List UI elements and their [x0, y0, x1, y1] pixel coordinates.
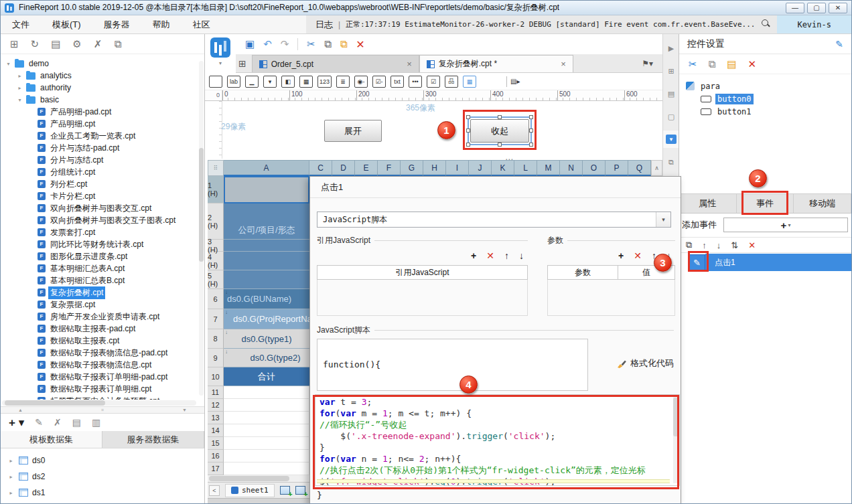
row-header[interactable]: 5 (H) — [208, 270, 224, 289]
dataset-manage-icon[interactable]: ▥ — [92, 417, 100, 428]
column-header[interactable]: J — [469, 160, 492, 176]
add-dataset-button[interactable]: + ▾ — [9, 416, 24, 430]
table-body-empty[interactable] — [317, 280, 528, 316]
copy-widget-icon[interactable]: ⧉ — [709, 58, 716, 70]
column-header[interactable]: P — [606, 160, 628, 176]
minimize-button[interactable]: — — [786, 3, 804, 13]
column-header[interactable]: M — [537, 160, 560, 176]
dataset-row[interactable]: ▸ ds2 — [1, 469, 204, 485]
add-form-sheet-icon[interactable] — [295, 486, 305, 495]
tree-item[interactable]: 列分栏.cpt — [1, 178, 198, 190]
datepicker-widget-icon[interactable]: ▦ — [299, 76, 313, 88]
collapse-panel-icon[interactable]: ▶ — [663, 39, 679, 57]
undo-icon[interactable]: ↶ — [263, 38, 272, 50]
textarea-widget-icon[interactable]: txt — [390, 76, 404, 88]
expand-arrow-icon[interactable]: ▸ — [7, 458, 15, 464]
column-header[interactable]: L — [514, 160, 537, 176]
menu-item[interactable]: 帮助 — [141, 19, 182, 31]
scrollbar-thumb[interactable] — [199, 148, 204, 262]
new-template-icon[interactable]: ⊞ — [236, 58, 252, 72]
tree-item[interactable]: ▸ analytics — [1, 70, 198, 82]
tree-item[interactable]: 基本明细汇总表B.cpt — [1, 274, 198, 286]
cut-icon[interactable]: ✂ — [307, 38, 315, 50]
settings-tab[interactable]: 属性 — [679, 194, 737, 213]
row-header[interactable]: 13 — [208, 412, 224, 424]
menu-item[interactable]: 文件 — [1, 19, 41, 31]
dataset-row[interactable]: ▸ ds0 — [1, 452, 204, 469]
document-tab[interactable]: 复杂折叠树.cpt * × — [419, 55, 573, 72]
tree-item[interactable]: 产品明细-pad.cpt — [1, 106, 198, 118]
edit-pencil-icon[interactable]: ✎ — [835, 39, 843, 50]
parameter-pane-canvas[interactable]: 365像素 29像素 展开 收起 ⋯ — [205, 101, 662, 159]
select-all-corner[interactable]: ⠿ — [208, 160, 224, 176]
settings-tab[interactable]: 事件 — [737, 194, 794, 213]
delete-widget-icon[interactable]: ✕ — [748, 58, 756, 70]
row-header[interactable]: 14 — [208, 424, 224, 437]
column-header[interactable]: H — [423, 160, 446, 176]
tree-item[interactable]: 数据钻取子报表订单明细.cpt — [1, 383, 198, 395]
tree-item[interactable]: ▾ demo — [1, 58, 198, 70]
tree-vertical-scrollbar[interactable] — [199, 61, 204, 396]
widget-tree-row[interactable]: button0 — [686, 92, 851, 105]
redo-icon[interactable]: ↷ — [281, 38, 289, 50]
table-body-empty[interactable] — [547, 280, 675, 316]
document-tab[interactable]: Order_5.cpt × — [252, 55, 419, 72]
cell-merged-title[interactable] — [224, 270, 309, 289]
number-widget-icon[interactable]: 123 — [317, 76, 332, 88]
sort-events-icon[interactable]: ⇅ — [731, 240, 738, 250]
table-widget-icon[interactable]: ▦ — [463, 76, 476, 88]
empty-cell[interactable] — [224, 386, 309, 399]
row-header[interactable]: 4 (H) — [208, 252, 224, 270]
chevron-down-icon[interactable]: ▾ — [656, 212, 670, 227]
copy-icon[interactable]: ⧉ — [324, 38, 332, 50]
collapse-down-icon[interactable]: ▼ — [182, 408, 187, 412]
text-widget-icon[interactable]: ▁ — [245, 76, 259, 88]
collapse-up-icon[interactable]: ▲ — [18, 408, 23, 412]
tree-item[interactable]: 房地产开发企业资质申请表.cpt — [1, 311, 198, 323]
remove-icon[interactable]: ✕ — [486, 250, 494, 261]
tree-item[interactable]: 分组统计.cpt — [1, 166, 198, 178]
splitter-grip-icon[interactable]: = — [101, 408, 104, 412]
cell-merged-title[interactable] — [224, 240, 309, 252]
tree-item[interactable]: 数据钻取子报表物流信息.cpt — [1, 359, 198, 371]
row-header[interactable]: 12 — [208, 399, 224, 412]
dataset-tab[interactable]: 服务器数据集 — [102, 431, 204, 448]
expand-arrow-icon[interactable]: ▸ — [7, 490, 15, 496]
panel-splitter[interactable]: ▲=▼ — [1, 406, 204, 414]
edit-event-pencil-icon[interactable]: ✎ — [689, 254, 705, 271]
toolbar-separator[interactable] — [297, 38, 298, 50]
float-element-icon[interactable]: ▢ — [663, 108, 679, 125]
collapse-button-widget[interactable]: 收起 — [470, 119, 529, 143]
tree-item[interactable]: 数据钻取子报表物流信息-pad.cpt — [1, 347, 198, 359]
move-up-icon[interactable]: ↑ — [702, 240, 707, 250]
cell-buname[interactable]: ↓ds0.G(BUName) — [224, 289, 309, 309]
row-header[interactable]: 16 — [208, 450, 224, 463]
expand-button-widget[interactable]: 展开 — [324, 120, 382, 142]
row-header[interactable]: 10 — [208, 367, 224, 386]
tree-item[interactable]: 双向折叠树并与图表交互子图表.cpt — [1, 214, 198, 226]
resize-handle[interactable] — [466, 115, 470, 119]
resize-handle[interactable] — [466, 143, 470, 147]
cell-merged-title[interactable] — [224, 252, 309, 270]
empty-cell[interactable] — [224, 463, 309, 475]
move-up-icon[interactable]: ↑ — [504, 250, 509, 261]
tree-item[interactable]: 数据钻取主报表-pad.cpt — [1, 323, 198, 335]
checkbox-widget-icon[interactable]: ☑ — [427, 76, 440, 88]
paste-widget-icon[interactable]: ▤ — [727, 58, 736, 70]
column-header[interactable]: E — [355, 160, 378, 176]
delete-event-icon[interactable]: ✕ — [748, 240, 756, 250]
combocheck-widget-icon[interactable]: ◧ — [281, 76, 295, 88]
tree-item[interactable]: 标题重复页内合计条件预警.cpt — [1, 395, 198, 400]
dataset-tab[interactable]: 模板数据集 — [1, 431, 102, 448]
maximize-button[interactable]: ▢ — [807, 3, 826, 13]
row-header[interactable]: 17 — [208, 463, 224, 475]
new-report-icon[interactable]: ⊞ — [10, 38, 19, 50]
move-down-icon[interactable]: ↓ — [519, 250, 524, 261]
scrollbar-thumb[interactable] — [5, 400, 105, 406]
tree-item[interactable]: 产品明细.cpt — [1, 118, 198, 130]
empty-cell[interactable] — [224, 399, 309, 412]
column-header[interactable]: I — [446, 160, 469, 176]
row-header[interactable]: 3 (H) — [208, 240, 224, 252]
cell-attributes-icon[interactable]: ⊞ — [663, 62, 679, 80]
condition-attributes-icon[interactable]: ⧉ — [663, 153, 679, 171]
